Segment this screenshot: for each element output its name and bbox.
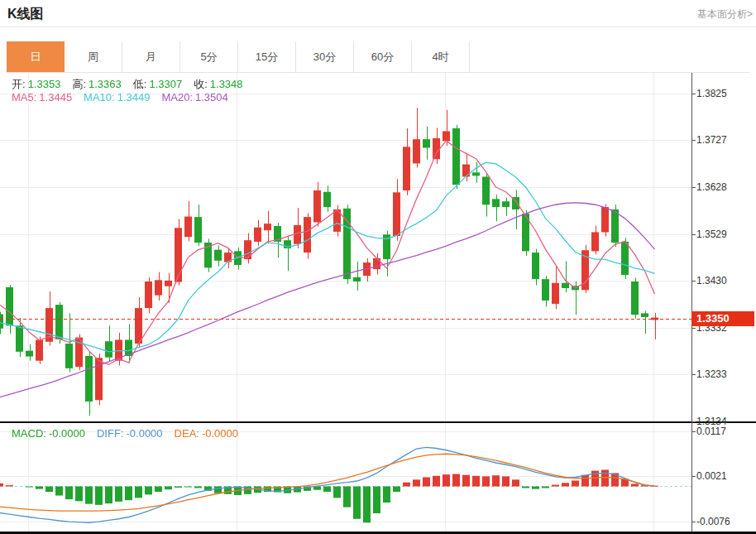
high-label: 高:	[72, 78, 86, 90]
macd-axis-tick-label: -0.0076	[696, 516, 730, 527]
low-value: 1.3307	[149, 78, 182, 90]
price-axis-tick-label: 1.3628	[696, 181, 727, 193]
tab-15min[interactable]: 15分	[238, 41, 296, 72]
period-tab-bar: 日周月5分15分30分60分4时	[7, 41, 749, 73]
ma-readout: MA5:1.3445MA10:1.3449MA20:1.3504	[12, 91, 240, 103]
tab-week[interactable]: 周	[65, 41, 122, 72]
macd-label: MACD:	[12, 427, 46, 440]
current-price-badge: 1.3350	[691, 311, 754, 326]
macd-axis-tick	[691, 431, 696, 432]
macd-readout: MACD:-0.0000DIFF:-0.0000DEA:-0.0000	[12, 427, 250, 440]
ma20-value: 1.3504	[195, 91, 228, 103]
tab-30min[interactable]: 30分	[296, 41, 354, 72]
price-axis-tick	[691, 281, 696, 281]
page-title: K线图	[7, 6, 44, 23]
macd-value: -0.0000	[49, 427, 85, 440]
price-axis-tick	[691, 421, 696, 422]
price-axis-line	[691, 73, 692, 532]
pane-separator	[0, 421, 756, 423]
diff-label: DIFF:	[97, 427, 124, 440]
price-axis-tick-label: 1.3233	[696, 368, 727, 380]
price-axis-tick	[691, 374, 696, 375]
close-value: 1.3348	[210, 78, 243, 90]
macd-axis-tick	[691, 522, 696, 522]
high-value: 1.3363	[89, 78, 122, 90]
price-axis-tick	[691, 140, 696, 141]
chart-area: 开:1.3353高:1.3363低:1.3307收:1.3348 MA5:1.3…	[0, 73, 756, 534]
header-divider	[0, 26, 756, 27]
ma10-label: MA10:	[84, 91, 115, 103]
ma20-label: MA20:	[161, 91, 193, 103]
dea-label: DEA:	[175, 427, 199, 440]
tab-4hour[interactable]: 4时	[412, 41, 470, 72]
ma5-value: 1.3445	[39, 91, 72, 103]
macd-axis-tick-label: 0.0021	[696, 470, 727, 482]
ma10-value: 1.3449	[117, 91, 151, 103]
ohlc-readout: 开:1.3353高:1.3363低:1.3307收:1.3348	[12, 77, 255, 92]
open-label: 开:	[12, 78, 26, 90]
tab-60min[interactable]: 60分	[354, 41, 412, 72]
tab-5min[interactable]: 5分	[180, 41, 238, 72]
macd-axis-tick-label: 0.0117	[696, 426, 726, 437]
dea-value: -0.0000	[202, 427, 238, 440]
price-axis-tick	[691, 234, 696, 235]
diff-value: -0.0000	[126, 427, 162, 440]
low-label: 低:	[133, 78, 147, 90]
fundamental-analysis-link[interactable]: 基本面分析>	[697, 7, 753, 22]
open-value: 1.3353	[28, 78, 61, 90]
candlestick-chart-canvas[interactable]	[0, 73, 691, 421]
price-axis-tick-label: 1.3430	[696, 275, 727, 286]
price-axis-tick	[691, 94, 696, 94]
price-axis-tick	[691, 328, 696, 329]
ma5-label: MA5:	[12, 91, 36, 103]
price-axis-tick-label: 1.3825	[696, 88, 727, 99]
macd-axis-tick	[691, 476, 696, 477]
tab-day[interactable]: 日	[7, 41, 65, 72]
price-axis-tick	[691, 187, 696, 188]
price-axis-tick-label: 1.3727	[696, 134, 727, 146]
price-axis-tick-label: 1.3529	[696, 229, 727, 240]
tab-month[interactable]: 月	[122, 41, 180, 72]
close-label: 收:	[194, 78, 208, 90]
